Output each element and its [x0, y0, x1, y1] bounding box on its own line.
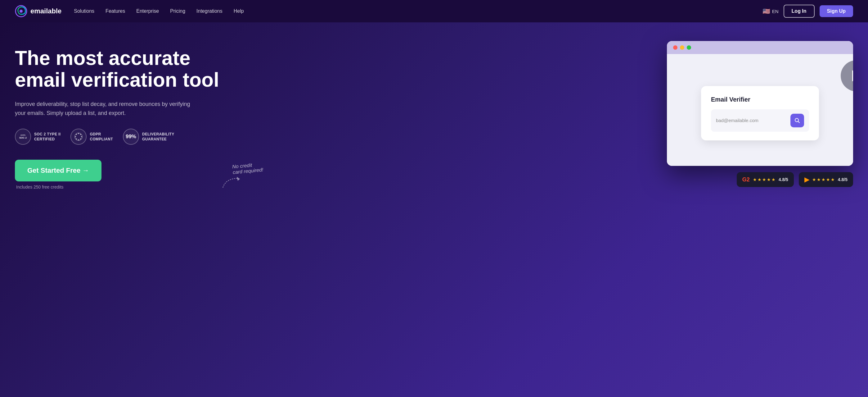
verifier-input-row: bad@emailable.com	[711, 109, 809, 132]
svg-point-1	[20, 10, 23, 13]
svg-point-8	[76, 139, 77, 140]
brand-name: emailable	[30, 7, 61, 15]
capterra-logo: ▶	[804, 176, 809, 183]
nav-right: 🇺🇸 EN Log In Sign Up	[763, 5, 853, 18]
login-button[interactable]: Log In	[783, 5, 815, 18]
badge-99: 99% DELIVERABILITYGUARANTEE	[123, 129, 175, 145]
verifier-card: Email Verifier bad@emailable.com	[701, 86, 819, 140]
trust-badges: AICPA SOC 2 SOC 2 TYPE IICERTIFIED	[15, 129, 226, 145]
lang-label: EN	[772, 9, 779, 14]
svg-point-5	[81, 136, 82, 137]
hero-left: The most accurate email verification too…	[15, 35, 226, 190]
browser-mockup: Email Verifier bad@emailable.com	[667, 41, 853, 166]
capterra-score: 4.8/5	[838, 177, 847, 182]
nav-left: emailable Solutions Features Enterprise …	[15, 5, 244, 18]
flag-icon: 🇺🇸	[763, 7, 770, 15]
logo-link[interactable]: emailable	[15, 5, 61, 18]
hero-headline: The most accurate email verification too…	[15, 47, 226, 91]
cta-subtext: Includes 250 free credits	[15, 185, 226, 190]
svg-line-13	[798, 121, 800, 123]
soc2-label: SOC 2 TYPE IICERTIFIED	[34, 132, 61, 142]
badge-gdpr: GDPRCOMPLIANT	[70, 129, 113, 145]
svg-point-4	[80, 134, 81, 135]
svg-point-3	[78, 133, 79, 134]
verifier-search-button[interactable]	[790, 114, 804, 127]
browser-body: Email Verifier bad@emailable.com	[667, 54, 853, 166]
gdpr-label: GDPRCOMPLIANT	[90, 132, 113, 142]
gdpr-icon	[70, 129, 87, 145]
g2-stars: ★★★★★	[753, 177, 776, 182]
svg-point-6	[80, 139, 81, 140]
svg-point-10	[76, 134, 77, 135]
logo-icon	[15, 5, 27, 18]
cta-row: Get Started Free → Includes 250 free cre…	[15, 160, 226, 190]
play-button[interactable]	[841, 60, 853, 91]
svg-point-9	[75, 136, 76, 137]
rating-badges: G2 ★★★★★ 4.8/5 ▶ ★★★★★ 4.8/5	[667, 172, 853, 187]
svg-marker-11	[237, 177, 240, 181]
g2-logo: G2	[742, 176, 750, 183]
hero-right: Email Verifier bad@emailable.com	[667, 41, 853, 187]
navbar: emailable Solutions Features Enterprise …	[0, 0, 868, 22]
nav-link-features[interactable]: Features	[105, 8, 125, 14]
nav-link-solutions[interactable]: Solutions	[74, 8, 94, 14]
capterra-stars: ★★★★★	[812, 177, 835, 182]
hero-section: The most accurate email verification too…	[0, 22, 868, 397]
verifier-input-placeholder[interactable]: bad@emailable.com	[716, 118, 787, 123]
guarantee-label: DELIVERABILITYGUARANTEE	[142, 132, 175, 142]
svg-point-7	[78, 140, 79, 140]
soc2-icon: AICPA SOC 2	[15, 129, 31, 145]
capterra-rating-badge: ▶ ★★★★★ 4.8/5	[799, 172, 853, 187]
browser-topbar	[667, 41, 853, 54]
nav-link-pricing[interactable]: Pricing	[170, 8, 185, 14]
language-selector[interactable]: 🇺🇸 EN	[763, 7, 779, 15]
g2-rating-badge: G2 ★★★★★ 4.8/5	[737, 172, 794, 187]
nav-links: Solutions Features Enterprise Pricing In…	[74, 8, 244, 14]
browser-dot-yellow	[680, 45, 684, 50]
badge-soc2: AICPA SOC 2 SOC 2 TYPE IICERTIFIED	[15, 129, 61, 145]
g2-score: 4.8/5	[779, 177, 788, 182]
browser-dot-green	[687, 45, 691, 50]
nav-link-enterprise[interactable]: Enterprise	[136, 8, 159, 14]
get-started-button[interactable]: Get Started Free →	[15, 160, 101, 181]
nav-link-integrations[interactable]: Integrations	[196, 8, 222, 14]
verifier-title: Email Verifier	[711, 96, 809, 103]
signup-button[interactable]: Sign Up	[819, 5, 853, 17]
guarantee-icon: 99%	[123, 129, 139, 145]
browser-dot-red	[673, 45, 678, 50]
hero-subtext: Improve deliverability, stop list decay,…	[15, 100, 195, 118]
arrow-icon	[220, 172, 245, 191]
nav-link-help[interactable]: Help	[234, 8, 244, 14]
